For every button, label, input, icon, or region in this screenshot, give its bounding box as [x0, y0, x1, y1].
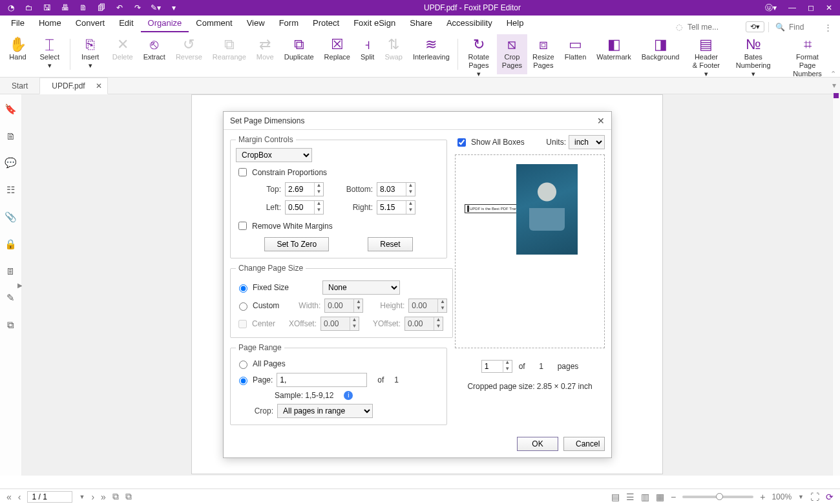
- page-number-input[interactable]: [27, 491, 72, 503]
- ribbon-duplicate[interactable]: ⧉Duplicate: [279, 34, 319, 74]
- menu-foxit-esign[interactable]: Foxit eSign: [346, 16, 403, 32]
- first-page-icon[interactable]: «: [6, 492, 12, 502]
- ribbon-watermark[interactable]: ◧Watermark: [591, 34, 636, 74]
- bookmark-icon[interactable]: 🔖: [5, 103, 17, 115]
- tabs-dropdown-icon[interactable]: ▾: [832, 81, 836, 90]
- view-options[interactable]: ⟲▾: [746, 21, 764, 32]
- bottom-input[interactable]: ▲▼: [377, 182, 415, 196]
- top-input[interactable]: ▲▼: [285, 182, 324, 196]
- tool-icon[interactable]: ✎▾: [150, 3, 162, 12]
- tab-close-icon[interactable]: ✕: [96, 81, 102, 90]
- duplicate-page-icon[interactable]: ⧉: [125, 491, 132, 502]
- zoom-out-icon[interactable]: −: [671, 492, 676, 502]
- menu-help[interactable]: Help: [499, 16, 531, 32]
- minimize-icon[interactable]: —: [788, 3, 796, 12]
- pages-icon[interactable]: 🗐: [96, 3, 107, 12]
- menu-view[interactable]: View: [240, 16, 272, 32]
- view-facing-icon[interactable]: ▥: [641, 492, 649, 502]
- find-input[interactable]: [788, 22, 820, 32]
- field-icon[interactable]: 🗏: [6, 266, 16, 277]
- tab-start[interactable]: Start: [0, 78, 39, 94]
- page-radio[interactable]: [239, 377, 247, 385]
- menu-form[interactable]: Form: [272, 16, 306, 32]
- view-cont-icon[interactable]: ☰: [626, 492, 635, 502]
- view-single-icon[interactable]: ▤: [611, 492, 620, 502]
- user-icon[interactable]: ⓤ▾: [765, 3, 777, 14]
- tell-me[interactable]: ◌: [676, 22, 746, 32]
- page-dropdown-icon[interactable]: ▼: [79, 494, 85, 500]
- page-icon[interactable]: 🗎: [78, 3, 89, 12]
- ribbon-crop-pages[interactable]: ⧅CropPages: [497, 34, 527, 74]
- zoom-slider[interactable]: [682, 496, 753, 498]
- right-input[interactable]: ▲▼: [377, 200, 415, 215]
- tellme-input[interactable]: [686, 22, 738, 32]
- info-icon[interactable]: i: [344, 391, 353, 400]
- undo-icon[interactable]: ↶: [114, 3, 125, 12]
- security-icon[interactable]: 🔒: [5, 238, 17, 250]
- menu-file[interactable]: File: [4, 16, 32, 32]
- ribbon-format-page-numbers[interactable]: ⌗FormatPage Numbers: [779, 34, 836, 74]
- ribbon-rotate-pages[interactable]: ↻RotatePages ▾: [461, 34, 497, 74]
- preview-page-input[interactable]: ▲▼: [481, 360, 512, 373]
- box-type-select[interactable]: CropBox: [236, 148, 312, 162]
- reflow-icon[interactable]: ⟳: [826, 492, 834, 502]
- ribbon-header-footer[interactable]: ▤Header& Footer ▾: [684, 34, 728, 74]
- redo-icon[interactable]: ↷: [132, 3, 143, 12]
- ribbon-split[interactable]: ⫞Split: [355, 34, 379, 74]
- ribbon-insert[interactable]: ⎘Insert ▾: [73, 34, 107, 74]
- menu-comment[interactable]: Comment: [189, 16, 239, 32]
- page-value-input[interactable]: [277, 373, 367, 387]
- zoom-in-icon[interactable]: +: [760, 492, 765, 502]
- app-icon[interactable]: ◔: [5, 3, 17, 12]
- ribbon-resize-pages[interactable]: ⧈ResizePages: [527, 34, 560, 74]
- remove-margins-checkbox[interactable]: [238, 222, 247, 230]
- dialog-close-icon[interactable]: ✕: [597, 116, 605, 126]
- maximize-icon[interactable]: ◻: [808, 3, 814, 12]
- copy-page-icon[interactable]: ⧉: [112, 491, 119, 502]
- left-input[interactable]: ▲▼: [285, 200, 324, 215]
- menu-share[interactable]: Share: [403, 16, 439, 32]
- menu-edit[interactable]: Edit: [112, 16, 140, 32]
- zoom-dropdown-icon[interactable]: ▼: [798, 494, 804, 500]
- ribbon-flatten[interactable]: ▭Flatten: [560, 34, 592, 74]
- crop-select[interactable]: All pages in range: [277, 404, 373, 418]
- find-box[interactable]: 🔍: [768, 22, 820, 32]
- menu-home[interactable]: Home: [32, 16, 68, 32]
- next-page-icon[interactable]: ›: [91, 492, 94, 502]
- menu-convert[interactable]: Convert: [68, 16, 112, 32]
- compare-icon[interactable]: ⧉: [7, 319, 14, 331]
- attachments-icon[interactable]: 📎: [5, 211, 17, 223]
- menu-organize[interactable]: Organize: [141, 16, 189, 32]
- save-icon[interactable]: 🖫: [41, 3, 53, 12]
- all-pages-radio[interactable]: [239, 361, 247, 369]
- pages-panel-icon[interactable]: 🗎: [6, 131, 16, 142]
- last-page-icon[interactable]: »: [101, 492, 106, 502]
- units-select[interactable]: inch: [569, 135, 605, 149]
- ribbon-hand[interactable]: ✋Hand: [4, 34, 32, 74]
- menu-accessibility[interactable]: Accessibility: [439, 16, 499, 32]
- menu-protect[interactable]: Protect: [306, 16, 346, 32]
- show-all-boxes-checkbox[interactable]: [457, 138, 466, 147]
- more-icon[interactable]: ▾: [168, 3, 180, 12]
- fixed-size-radio[interactable]: [239, 284, 247, 293]
- fullscreen-icon[interactable]: ⛶: [810, 492, 819, 502]
- ribbon-replace[interactable]: ☒Replace: [319, 34, 355, 74]
- open-icon[interactable]: 🗀: [23, 3, 35, 12]
- close-icon[interactable]: ✕: [826, 3, 832, 12]
- ribbon-bates-numbering[interactable]: №BatesNumbering ▾: [728, 34, 779, 74]
- custom-radio[interactable]: [239, 302, 247, 311]
- ribbon-extract[interactable]: ⎋Extract: [138, 34, 171, 74]
- prev-page-icon[interactable]: ‹: [18, 492, 21, 502]
- menu-more-icon[interactable]: ⋮: [820, 23, 836, 32]
- comments-icon[interactable]: 💬: [5, 157, 17, 169]
- print-icon[interactable]: 🖶: [59, 3, 71, 12]
- constrain-checkbox[interactable]: [238, 168, 247, 176]
- layers-icon[interactable]: ☷: [6, 184, 15, 196]
- view-cont-facing-icon[interactable]: ▦: [656, 492, 664, 502]
- ok-button[interactable]: OK: [517, 437, 558, 451]
- signature-icon[interactable]: ✎: [6, 292, 15, 304]
- tab-document[interactable]: UPDF.pdf ✕: [39, 78, 107, 94]
- ribbon-select[interactable]: ⌶Select ▾: [32, 34, 67, 74]
- reset-button[interactable]: Reset: [368, 237, 412, 251]
- set-to-zero-button[interactable]: Set To Zero: [264, 237, 329, 251]
